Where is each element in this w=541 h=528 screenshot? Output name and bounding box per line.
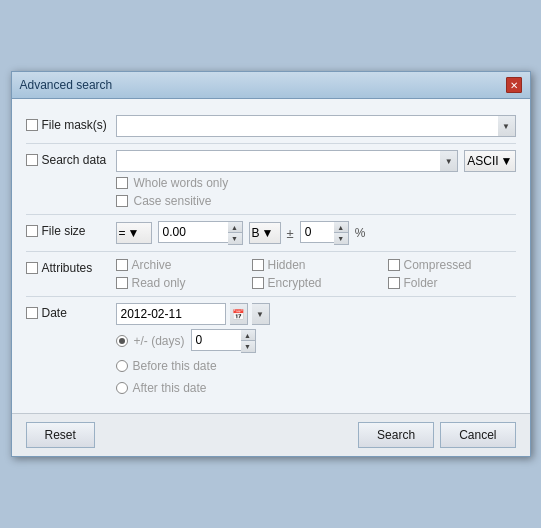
hidden-checkbox[interactable]	[252, 259, 264, 271]
file-size-label-area: File size	[26, 221, 116, 238]
folder-label: Folder	[404, 276, 438, 290]
title-bar: Advanced search ✕	[12, 72, 530, 99]
search-data-input-group: ▼	[116, 150, 459, 172]
size-tolerance-input[interactable]	[300, 221, 334, 243]
file-mask-input-group: ▼	[116, 115, 516, 137]
file-mask-row: File mask(s) ▼	[26, 109, 516, 144]
search-data-inputs: ▼ ASCII ▼	[116, 150, 516, 172]
size-plus-minus: ±	[287, 226, 294, 241]
size-percent: %	[355, 226, 366, 240]
before-date-option: Before this date	[116, 357, 516, 375]
days-row: +/- (days) ▲ ▼	[116, 329, 516, 353]
archive-checkbox[interactable]	[116, 259, 128, 271]
before-date-radio[interactable]	[116, 360, 128, 372]
size-tolerance-down[interactable]: ▼	[334, 233, 348, 244]
date-label-area: Date	[26, 303, 116, 320]
encrypted-label: Encrypted	[268, 276, 322, 290]
file-size-label: File size	[42, 224, 86, 238]
whole-words-label: Whole words only	[134, 176, 229, 190]
case-sensitive-label: Case sensitive	[134, 194, 212, 208]
dialog-title: Advanced search	[20, 78, 113, 92]
file-mask-content: ▼	[116, 115, 516, 137]
date-content: 📅 ▼ +/- (days) ▲ ▼ Bef	[116, 303, 516, 397]
size-value-spinbox: ▲ ▼	[228, 221, 243, 245]
date-checkbox[interactable]	[26, 307, 38, 319]
date-input-row: 📅 ▼	[116, 303, 516, 325]
search-data-dropdown[interactable]: ▼	[440, 150, 458, 172]
attr-hidden: Hidden	[252, 258, 380, 272]
file-mask-label: File mask(s)	[42, 118, 107, 132]
attributes-label: Attributes	[42, 261, 93, 275]
attributes-checkbox[interactable]	[26, 262, 38, 274]
date-row: Date 📅 ▼ +/- (days) ▲ ▼	[26, 297, 516, 403]
file-size-checkbox[interactable]	[26, 225, 38, 237]
attr-encrypted: Encrypted	[252, 276, 380, 290]
footer-right-buttons: Search Cancel	[358, 422, 515, 448]
folder-checkbox[interactable]	[388, 277, 400, 289]
case-sensitive-option: Case sensitive	[116, 194, 516, 208]
size-value-down[interactable]: ▼	[228, 233, 242, 244]
case-sensitive-checkbox[interactable]	[116, 195, 128, 207]
advanced-search-dialog: Advanced search ✕ File mask(s) ▼ Search …	[11, 71, 531, 457]
file-mask-input[interactable]	[116, 115, 498, 137]
size-value-group: ▲ ▼	[158, 221, 243, 245]
after-date-radio[interactable]	[116, 382, 128, 394]
file-mask-label-area: File mask(s)	[26, 115, 116, 132]
cancel-button[interactable]: Cancel	[440, 422, 515, 448]
days-up[interactable]: ▲	[241, 330, 255, 341]
size-operator-select[interactable]: = ▼	[116, 222, 152, 244]
file-mask-dropdown[interactable]: ▼	[498, 115, 516, 137]
attributes-grid: Archive Hidden Compressed Read only	[116, 258, 516, 290]
attributes-label-area: Attributes	[26, 258, 116, 275]
attributes-row: Attributes Archive Hidden Compressed	[26, 252, 516, 297]
date-label: Date	[42, 306, 67, 320]
attributes-content: Archive Hidden Compressed Read only	[116, 258, 516, 290]
days-input[interactable]	[191, 329, 241, 351]
dialog-footer: Reset Search Cancel	[12, 413, 530, 456]
search-button[interactable]: Search	[358, 422, 434, 448]
compressed-checkbox[interactable]	[388, 259, 400, 271]
days-down[interactable]: ▼	[241, 341, 255, 352]
readonly-label: Read only	[132, 276, 186, 290]
date-input[interactable]	[116, 303, 226, 325]
readonly-checkbox[interactable]	[116, 277, 128, 289]
search-data-label-area: Search data	[26, 150, 116, 167]
encoding-label: ASCII	[467, 154, 498, 168]
size-tolerance-spinbox: ▲ ▼	[334, 221, 349, 245]
file-mask-checkbox[interactable]	[26, 119, 38, 131]
encoding-select[interactable]: ASCII ▼	[464, 150, 515, 172]
date-dropdown[interactable]: ▼	[252, 303, 270, 325]
search-data-label: Search data	[42, 153, 107, 167]
size-tolerance-up[interactable]: ▲	[334, 222, 348, 233]
size-value-input[interactable]	[158, 221, 228, 243]
after-date-option: After this date	[116, 379, 516, 397]
reset-button[interactable]: Reset	[26, 422, 95, 448]
plus-minus-days-label: +/- (days)	[134, 334, 185, 348]
attr-compressed: Compressed	[388, 258, 516, 272]
search-data-row: Search data ▼ ASCII ▼ Whole words only	[26, 144, 516, 215]
encrypted-checkbox[interactable]	[252, 277, 264, 289]
attr-folder: Folder	[388, 276, 516, 290]
size-unit-select[interactable]: B ▼	[249, 222, 281, 244]
size-unit-label: B	[252, 226, 260, 240]
size-unit-arrow: ▼	[262, 226, 274, 240]
file-size-content: = ▼ ▲ ▼ B ▼ ±	[116, 221, 516, 245]
attr-archive: Archive	[116, 258, 244, 272]
after-date-label: After this date	[133, 381, 207, 395]
days-input-group: ▲ ▼	[191, 329, 256, 353]
before-date-label: Before this date	[133, 359, 217, 373]
search-data-input[interactable]	[116, 150, 441, 172]
archive-label: Archive	[132, 258, 172, 272]
search-data-checkbox[interactable]	[26, 154, 38, 166]
size-operator-arrow: ▼	[128, 226, 140, 240]
close-button[interactable]: ✕	[506, 77, 522, 93]
file-size-controls: = ▼ ▲ ▼ B ▼ ±	[116, 221, 516, 245]
calendar-button[interactable]: 📅	[230, 303, 248, 325]
size-value-up[interactable]: ▲	[228, 222, 242, 233]
search-options: Whole words only	[116, 176, 516, 190]
compressed-label: Compressed	[404, 258, 472, 272]
days-spinbox: ▲ ▼	[241, 329, 256, 353]
plus-minus-days-radio[interactable]	[116, 335, 128, 347]
size-tolerance-group: ▲ ▼	[300, 221, 349, 245]
whole-words-checkbox[interactable]	[116, 177, 128, 189]
